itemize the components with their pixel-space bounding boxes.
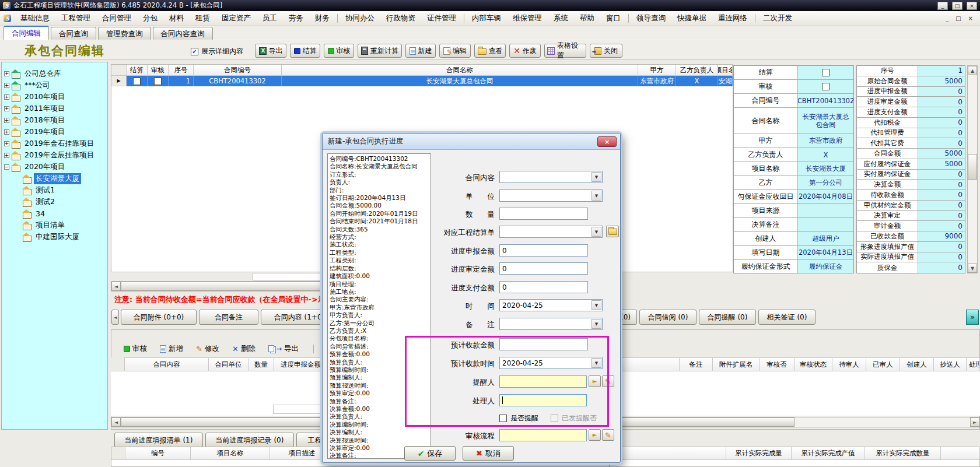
menu-item[interactable]: 二次开发	[757, 11, 798, 26]
row-audit-cell[interactable]	[148, 76, 169, 86]
flow-pick-button[interactable]: ►	[589, 429, 601, 441]
minimize-button[interactable]: _	[937, 2, 948, 10]
dialog-title-bar[interactable]: 新建-承包合同执行进度	[323, 134, 620, 150]
detail-checkbox[interactable]	[191, 48, 198, 55]
menu-item[interactable]: 合同管理	[96, 11, 137, 26]
cancel-button[interactable]: ✖取消	[463, 446, 514, 461]
tree-item[interactable]: 2019年金石挂靠项目	[4, 138, 96, 149]
tree-item[interactable]: 2019年项目	[4, 127, 66, 138]
settlement-combo[interactable]	[499, 226, 603, 238]
contract-row-selected[interactable]: 1 CBHT200413302 长安湖景大厦总包合同 东营市政府 X 长安湖景	[111, 76, 733, 86]
scroll-up-icon[interactable]	[968, 66, 977, 75]
settle-checkbox[interactable]	[133, 78, 141, 85]
expect-time-datepicker[interactable]: 2020-04-25	[499, 357, 603, 369]
col-header[interactable]: 合同编号	[194, 65, 282, 76]
tree-item[interactable]: 2018年项目	[4, 115, 66, 126]
scroll-right-icon[interactable]	[970, 417, 979, 427]
menu-item[interactable]: 重连网络	[712, 11, 753, 26]
content-audit-button[interactable]: 审核	[124, 344, 147, 354]
related-h-scrollbar[interactable]	[610, 417, 980, 427]
scroll-thumb[interactable]	[968, 154, 977, 180]
col-header[interactable]: 审核	[148, 65, 169, 76]
scroll-left-icon[interactable]	[111, 282, 121, 291]
close-button[interactable]: ×	[967, 2, 977, 10]
tree-item[interactable]: 测试2	[23, 196, 57, 208]
col-header[interactable]: 累计实际完成产值	[792, 447, 865, 460]
expand-icon[interactable]	[4, 71, 9, 76]
reminder-pick-button[interactable]: ►	[589, 375, 601, 387]
menu-item[interactable]: 行政物资	[380, 11, 421, 26]
menu-item[interactable]: 基础信息	[15, 11, 55, 26]
expand-icon[interactable]	[4, 94, 9, 100]
settle-flag-cell[interactable]	[798, 66, 853, 80]
settlement-browse-button[interactable]	[606, 226, 619, 237]
scroll-thumb[interactable]	[121, 417, 342, 427]
section-tab-remarks[interactable]: 合同备注	[199, 310, 258, 325]
export-button[interactable]: 导出	[255, 44, 286, 58]
edit-button[interactable]: 编辑	[439, 44, 471, 58]
scroll-thumb[interactable]	[620, 417, 794, 427]
menu-item[interactable]: 快捷单据	[671, 11, 712, 26]
col-header[interactable]: 累计实际完成数量	[865, 447, 941, 460]
pay-input[interactable]: 0	[499, 281, 588, 293]
col-header[interactable]: 编号	[125, 447, 191, 460]
col-header[interactable]: 数量	[249, 357, 274, 371]
col-header[interactable]: 合同内容	[125, 357, 209, 371]
mdi-minimize-button[interactable]: _	[942, 15, 952, 22]
flow-edit-button[interactable]: ✎	[602, 429, 614, 441]
tab-contract-edit[interactable]: 合同编辑	[4, 26, 49, 40]
view-button[interactable]: 查看	[474, 44, 506, 58]
tree-item[interactable]: 2011年项目	[4, 103, 66, 114]
detail-checkbox-wrap[interactable]: 展示详细内容	[191, 47, 243, 57]
menu-item[interactable]: 劳务	[283, 11, 309, 26]
col-header[interactable]: 项目名称	[191, 447, 270, 460]
menu-item[interactable]: 系统	[548, 11, 574, 26]
bottom-tab-progress-list[interactable]: 当前进度填报清单 (1)	[114, 433, 203, 448]
collapse-icon[interactable]	[4, 164, 9, 170]
settle-flag-checkbox[interactable]	[822, 69, 830, 76]
unit-combo[interactable]	[499, 189, 603, 202]
audit-flag-cell[interactable]	[798, 80, 853, 94]
tree-item[interactable]: 2020年项目	[4, 161, 66, 173]
more-tabs-button[interactable]: »	[966, 310, 979, 325]
section-tab-visa[interactable]: 相关签证 (0)	[758, 310, 816, 325]
section-tab-remind[interactable]: 合同提醒 (0)	[699, 310, 756, 325]
declare-input[interactable]: 0	[499, 244, 588, 257]
menu-item[interactable]: 窗口	[600, 11, 626, 26]
col-header[interactable]: 处理人	[967, 357, 980, 371]
menu-item[interactable]: 帮助	[574, 11, 600, 26]
col-header[interactable]: 序号	[169, 65, 194, 76]
col-header[interactable]: 已审人	[866, 357, 900, 371]
expand-icon[interactable]	[4, 141, 9, 146]
tree-item[interactable]: 公司总仓库	[4, 68, 63, 79]
expand-icon[interactable]	[4, 83, 9, 88]
col-header[interactable]: 项目名	[718, 65, 733, 76]
tab-scroll-left-button[interactable]	[111, 310, 119, 325]
menu-item[interactable]: 维保管理	[507, 11, 548, 26]
audit-checkbox[interactable]	[154, 78, 162, 85]
remind-checkbox[interactable]	[499, 415, 507, 422]
table-setting-button[interactable]: 表格设置	[544, 44, 586, 58]
col-header[interactable]: 审核状态	[794, 357, 832, 371]
menu-item[interactable]: 财务	[309, 11, 335, 26]
tree-item[interactable]: 项目清单	[23, 220, 66, 231]
section-tab-borrow[interactable]: 合同借阅 (0)	[639, 310, 696, 325]
reminder-input[interactable]	[499, 375, 587, 388]
chevron-down-icon[interactable]	[592, 172, 601, 182]
save-button[interactable]: ✔保存	[404, 446, 456, 461]
content-add-button[interactable]: 新增	[160, 344, 183, 354]
chevron-down-icon[interactable]	[592, 227, 601, 237]
expand-icon[interactable]	[4, 106, 9, 111]
time-datepicker[interactable]: 2020-04-25	[499, 299, 603, 311]
content-modify-button[interactable]: ✎修改	[196, 344, 219, 354]
menu-item[interactable]: 员工	[257, 11, 283, 26]
tab-fee-query[interactable]: 管理费查询	[98, 27, 151, 40]
col-header[interactable]: 审核否	[760, 357, 794, 371]
col-header[interactable]: 备注	[680, 357, 713, 371]
reminder-edit-button[interactable]: ✎	[602, 375, 614, 387]
chevron-down-icon[interactable]	[592, 319, 601, 329]
handler-input-focused[interactable]	[499, 394, 587, 406]
row-settle-cell[interactable]	[127, 76, 148, 86]
remark-combo[interactable]	[499, 318, 603, 330]
menu-item[interactable]: 租赁	[190, 11, 216, 26]
